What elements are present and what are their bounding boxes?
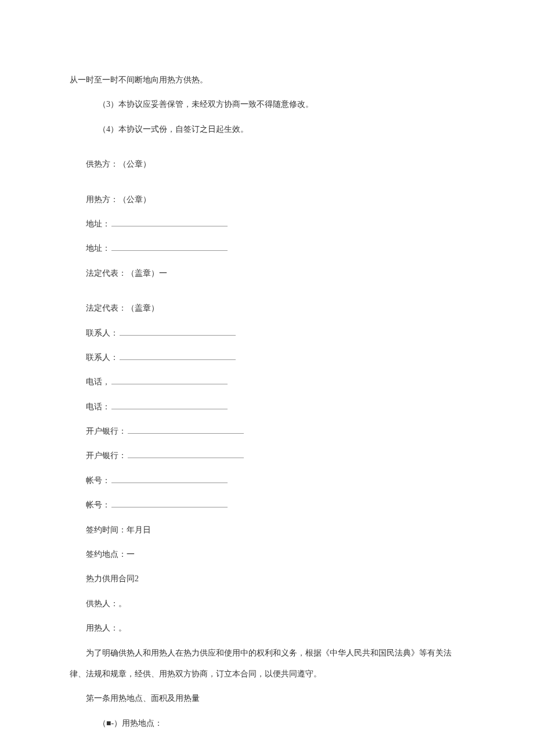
contact-1: 联系人： xyxy=(70,323,464,344)
address-1-label: 地址： xyxy=(86,219,110,228)
account-1-label: 帐号： xyxy=(86,476,110,485)
legal-rep-2: 法定代表：（盖章） xyxy=(70,298,464,319)
bank-1-blank xyxy=(128,426,244,434)
address-1-blank xyxy=(111,218,228,226)
address-2-blank xyxy=(111,243,228,251)
supplier-name: 供热人：。 xyxy=(70,593,464,614)
contact-1-blank xyxy=(120,327,236,336)
phone-2: 电话： xyxy=(70,397,464,417)
account-2-label: 帐号： xyxy=(86,501,110,509)
bank-1-label: 开户银行： xyxy=(86,427,127,435)
account-2: 帐号： xyxy=(70,495,464,516)
contact-2-blank xyxy=(120,352,236,360)
legal-rep-1: 法定代表：（盖章）一 xyxy=(70,263,464,284)
bank-2-blank xyxy=(128,450,244,458)
contract-title: 热力供用合同2 xyxy=(70,568,464,589)
account-1-blank xyxy=(111,475,228,483)
bank-1: 开户银行： xyxy=(70,421,464,442)
contact-2-label: 联系人： xyxy=(86,353,118,362)
user-seal: 用热方：（公章） xyxy=(70,189,464,210)
supplier-seal: 供热方：（公章） xyxy=(70,154,464,175)
preamble: 为了明确供热人和用热人在热力供应和使用中的权利和义务，根据《中华人民共和国民法典… xyxy=(70,643,464,685)
account-1: 帐号： xyxy=(70,470,464,491)
phone-1-blank xyxy=(111,376,228,384)
clause-4: （4）本协议一式份，自签订之日起生效。 xyxy=(70,119,464,140)
address-2-label: 地址： xyxy=(86,244,110,253)
phone-2-label: 电话： xyxy=(86,402,110,411)
user-name: 用热人：。 xyxy=(70,618,464,639)
article-1-title: 第一条用热地点、面积及用热量 xyxy=(70,688,464,709)
phone-2-blank xyxy=(111,401,228,409)
text-intro: 从一时至一时不间断地向用热方供热。 xyxy=(70,70,464,91)
bank-2: 开户银行： xyxy=(70,445,464,466)
bank-2-label: 开户银行： xyxy=(86,451,127,460)
contact-1-label: 联系人： xyxy=(86,329,118,337)
phone-1-label: 电话， xyxy=(86,377,110,386)
sign-place: 签约地点：一 xyxy=(70,544,464,565)
contact-2: 联系人： xyxy=(70,347,464,368)
item-location: （■-）用热地点： xyxy=(70,713,464,734)
account-2-blank xyxy=(111,499,228,507)
address-1: 地址： xyxy=(70,214,464,235)
address-2: 地址： xyxy=(70,238,464,259)
phone-1: 电话， xyxy=(70,372,464,393)
sign-time: 签约时间：年月日 xyxy=(70,520,464,541)
clause-3: （3）本协议应妥善保管，未经双方协商一致不得随意修改。 xyxy=(70,94,464,115)
